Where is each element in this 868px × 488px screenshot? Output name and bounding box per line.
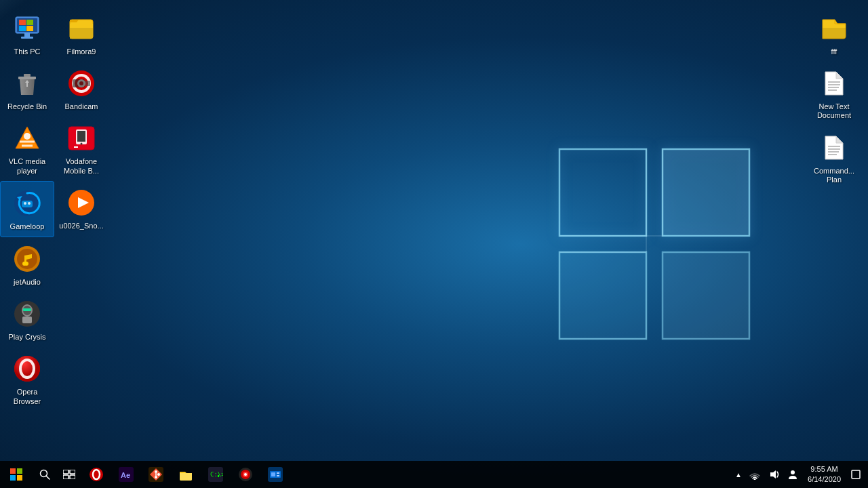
command-plan-label: Command... Plan: [810, 167, 859, 184]
svg-rect-67: [63, 475, 68, 479]
svg-rect-6: [24, 33, 30, 37]
desktop-icon-fff[interactable]: fff: [807, 7, 861, 62]
filmora9-label: Filmora9: [67, 47, 96, 56]
desktop-icon-play-crysis[interactable]: Play Crysis: [0, 292, 54, 347]
svg-rect-66: [70, 470, 75, 474]
desktop-icon-bandicam[interactable]: Bandicam: [54, 62, 108, 117]
svg-point-33: [24, 202, 26, 205]
tray-chevron-button[interactable]: ▲: [732, 461, 745, 488]
opera-icon-img: [11, 352, 43, 385]
new-text-doc-icon-img: [818, 67, 850, 100]
taskbar-app-after-effects[interactable]: Ae: [111, 461, 141, 488]
desktop-icon-jetaudio[interactable]: jetAudio: [0, 237, 54, 292]
svg-point-40: [24, 262, 28, 266]
svg-rect-28: [77, 131, 85, 142]
svg-point-92: [754, 479, 756, 481]
u0026-icon-img: [65, 186, 98, 219]
svg-line-64: [46, 476, 50, 479]
filmora9-icon-img: [65, 12, 98, 45]
desktop-icon-filmora9[interactable]: Filmora9: [54, 7, 108, 62]
taskbar-clock[interactable]: 9:55 AM 6/14/2020: [802, 461, 846, 488]
fff-icon-img: [818, 12, 850, 45]
svg-rect-68: [70, 475, 75, 479]
gameloop-icon-img: [11, 187, 43, 220]
desktop-icons-right: fff New Text Document: [800, 0, 868, 190]
svg-rect-50: [823, 28, 846, 39]
svg-point-75: [155, 470, 157, 473]
svg-rect-65: [63, 470, 68, 474]
desktop-icon-vodafone[interactable]: Vodafone Mobile B...: [54, 117, 108, 180]
svg-point-93: [791, 470, 795, 474]
taskbar-app-git[interactable]: [141, 461, 171, 488]
svg-point-86: [244, 473, 247, 476]
vlc-label: VLC media player: [3, 157, 52, 175]
svg-rect-91: [277, 475, 279, 476]
svg-rect-62: [17, 475, 22, 481]
svg-rect-61: [10, 475, 16, 481]
svg-rect-19: [85, 81, 90, 86]
svg-point-24: [24, 133, 31, 140]
user-icon-button[interactable]: [783, 461, 802, 488]
this-pc-label: This PC: [14, 47, 40, 56]
network-icon-button[interactable]: [745, 461, 764, 488]
notification-button[interactable]: [846, 461, 865, 488]
taskbar-date: 6/14/2020: [808, 474, 841, 485]
svg-rect-59: [10, 468, 16, 474]
command-plan-icon-img: [818, 131, 850, 164]
new-text-doc-label: New Text Document: [810, 102, 859, 120]
svg-text:Ae: Ae: [121, 471, 130, 479]
svg-point-34: [28, 202, 31, 205]
svg-rect-89: [271, 472, 275, 476]
svg-text:C:\>: C:\>: [210, 471, 223, 478]
taskbar-app-terminal[interactable]: C:\>: [201, 461, 231, 488]
desktop-icon-recycle-bin[interactable]: Recycle Bin: [0, 62, 54, 117]
svg-rect-82: [218, 475, 219, 477]
svg-rect-32: [22, 201, 33, 207]
desktop-icon-vlc[interactable]: VLC media player: [0, 117, 54, 180]
taskbar-app-7[interactable]: [260, 461, 290, 488]
this-pc-icon-img: [11, 12, 43, 45]
taskbar: Ae: [0, 461, 868, 488]
svg-rect-90: [277, 472, 279, 474]
svg-rect-18: [73, 79, 85, 87]
opera-label: Opera Browser: [3, 388, 52, 405]
play-crysis-label: Play Crysis: [8, 333, 45, 342]
vodafone-label: Vodafone Mobile B...: [57, 157, 106, 175]
desktop-icon-command-plan[interactable]: Command... Plan: [807, 126, 861, 190]
bandicam-label: Bandicam: [65, 102, 98, 111]
desktop-icon-opera[interactable]: Opera Browser: [0, 347, 54, 411]
desktop-icon-gameloop[interactable]: Gameloop: [0, 181, 54, 237]
desktop-icon-u0026[interactable]: u0026_Sno...: [54, 181, 108, 237]
fff-label: fff: [831, 47, 837, 56]
svg-point-76: [155, 476, 157, 479]
recycle-bin-icon-img: [11, 67, 43, 100]
svg-rect-94: [852, 470, 860, 479]
svg-rect-12: [24, 74, 31, 77]
svg-rect-7: [21, 37, 33, 39]
play-crysis-icon-img: [11, 298, 43, 330]
desktop-icon-new-text-doc[interactable]: New Text Document: [807, 62, 861, 125]
svg-rect-2: [19, 20, 26, 25]
taskbar-app-explorer[interactable]: [171, 461, 201, 488]
desktop: This PC Filmora9: [0, 0, 868, 488]
desktop-icon-this-pc[interactable]: This PC: [0, 7, 54, 62]
volume-icon-button[interactable]: [764, 461, 783, 488]
start-button[interactable]: [0, 461, 33, 488]
svg-rect-4: [19, 26, 26, 31]
svg-rect-10: [70, 28, 93, 39]
vlc-icon-img: [11, 122, 43, 155]
taskbar-app-opera[interactable]: [81, 461, 111, 488]
svg-rect-45: [22, 317, 32, 323]
tray-chevron-icon: ▲: [735, 471, 742, 479]
jetaudio-icon-img: [11, 243, 43, 275]
taskbar-system-tray: ▲: [732, 461, 868, 488]
taskbar-task-view-button[interactable]: [57, 461, 81, 488]
taskbar-search-button[interactable]: [33, 461, 57, 488]
vodafone-icon-img: [65, 122, 98, 155]
recycle-bin-label: Recycle Bin: [7, 102, 47, 111]
svg-rect-60: [17, 468, 22, 474]
u0026-label: u0026_Sno...: [59, 222, 103, 230]
gameloop-label: Gameloop: [10, 222, 45, 231]
bandicam-icon-img: [65, 67, 98, 100]
taskbar-app-record[interactable]: [231, 461, 260, 488]
